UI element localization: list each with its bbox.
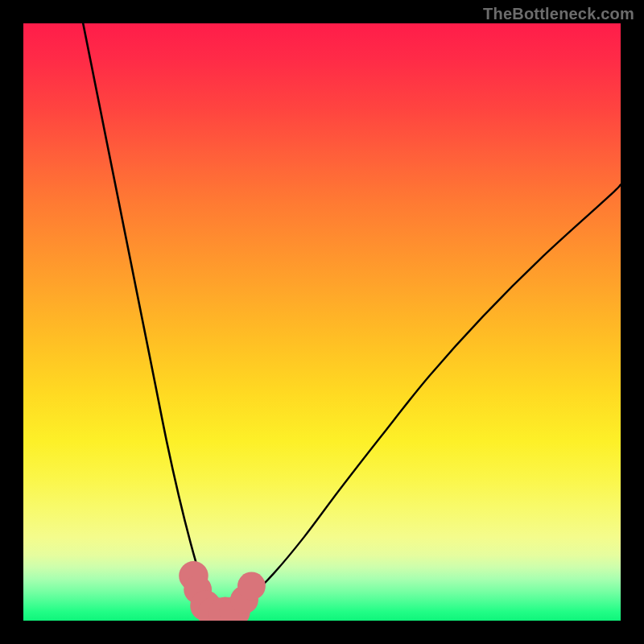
chart-frame: TheBottleneck.com — [0, 0, 644, 644]
marker-group — [179, 561, 266, 621]
right-curve-path — [221, 184, 621, 614]
watermark-text: TheBottleneck.com — [483, 5, 634, 23]
left-curve-path — [83, 23, 221, 615]
curve-layer — [23, 23, 621, 621]
plot-area — [23, 23, 621, 621]
curve-marker — [237, 572, 266, 601]
